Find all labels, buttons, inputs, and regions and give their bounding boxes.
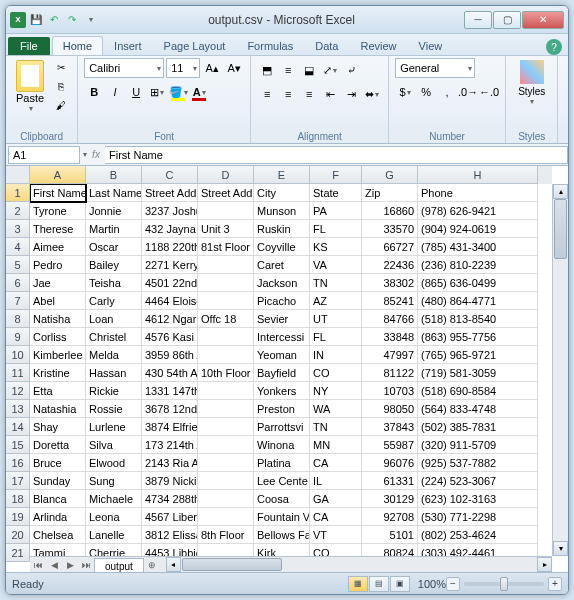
page-break-view-button[interactable]: ▣	[390, 576, 410, 592]
cell[interactable]: Chelsea	[30, 526, 86, 544]
cell[interactable]: Last Name	[86, 184, 142, 202]
align-right-button[interactable]: ≡	[299, 84, 319, 104]
cell[interactable]: 10703	[362, 382, 418, 400]
row-header[interactable]: 10	[6, 346, 30, 364]
cell[interactable]: Coosa	[254, 490, 310, 508]
cell[interactable]: Therese	[30, 220, 86, 238]
col-header-A[interactable]: A	[30, 166, 86, 184]
col-header-D[interactable]: D	[198, 166, 254, 184]
wrap-text-button[interactable]: ⤶	[341, 60, 361, 80]
align-middle-button[interactable]: ≡	[278, 60, 298, 80]
redo-icon[interactable]: ↷	[64, 12, 80, 28]
tab-insert[interactable]: Insert	[103, 36, 153, 55]
cell[interactable]: 81st Floor	[198, 238, 254, 256]
cell[interactable]: City	[254, 184, 310, 202]
cell[interactable]	[198, 544, 254, 556]
number-format-combo[interactable]: General	[395, 58, 475, 78]
row-header[interactable]: 1	[6, 184, 30, 202]
zoom-in-button[interactable]: +	[548, 577, 562, 591]
underline-button[interactable]: U	[126, 82, 146, 102]
cell[interactable]: 98050	[362, 400, 418, 418]
tab-nav-next[interactable]: ▶	[62, 560, 78, 570]
cell[interactable]: Sung	[86, 472, 142, 490]
font-size-combo[interactable]: 11	[166, 58, 200, 78]
cell[interactable]: 96076	[362, 454, 418, 472]
cell[interactable]: 47997	[362, 346, 418, 364]
normal-view-button[interactable]: ▦	[348, 576, 368, 592]
cell[interactable]: UT	[310, 310, 362, 328]
cell[interactable]: IL	[310, 472, 362, 490]
hscroll-thumb[interactable]	[182, 558, 282, 571]
cell[interactable]: 33848	[362, 328, 418, 346]
cell[interactable]: 5101	[362, 526, 418, 544]
cell[interactable]: 22436	[362, 256, 418, 274]
cell[interactable]: State	[310, 184, 362, 202]
cell[interactable]	[198, 454, 254, 472]
cell[interactable]: FL	[310, 328, 362, 346]
cell[interactable]: Shay	[30, 418, 86, 436]
shrink-font-button[interactable]: A▾	[224, 58, 244, 78]
percent-button[interactable]: %	[416, 82, 436, 102]
cell[interactable]: (863) 955-7756	[418, 328, 538, 346]
cell[interactable]: (236) 810-2239	[418, 256, 538, 274]
cell[interactable]: Rickie	[86, 382, 142, 400]
merge-button[interactable]: ⬌▾	[362, 84, 382, 104]
row-header[interactable]: 9	[6, 328, 30, 346]
cell[interactable]: Melda	[86, 346, 142, 364]
row-header[interactable]: 6	[6, 274, 30, 292]
cell[interactable]: MN	[310, 436, 362, 454]
cell[interactable]: Pedro	[30, 256, 86, 274]
cell[interactable]: CO	[310, 364, 362, 382]
cell[interactable]: Teisha	[86, 274, 142, 292]
tab-formulas[interactable]: Formulas	[236, 36, 304, 55]
zoom-level[interactable]: 100%	[418, 578, 446, 590]
cell[interactable]: TN	[310, 274, 362, 292]
cell[interactable]: 3237 Joshua Wy	[142, 202, 198, 220]
cell[interactable]: Coyville	[254, 238, 310, 256]
cell[interactable]: (224) 523-3067	[418, 472, 538, 490]
cell[interactable]: First Name	[30, 184, 86, 202]
cell[interactable]: (518) 813-8540	[418, 310, 538, 328]
row-header[interactable]: 13	[6, 400, 30, 418]
comma-button[interactable]: ,	[437, 82, 457, 102]
cell[interactable]: Bayfield	[254, 364, 310, 382]
tab-data[interactable]: Data	[304, 36, 349, 55]
cell[interactable]: Lee Cente	[254, 472, 310, 490]
scroll-left-button[interactable]: ◂	[166, 557, 181, 572]
cell[interactable]: Caret	[254, 256, 310, 274]
cut-button[interactable]: ✂	[51, 58, 71, 76]
cell[interactable]: Cherrie	[86, 544, 142, 556]
row-header[interactable]: 14	[6, 418, 30, 436]
cell[interactable]: (904) 924-0619	[418, 220, 538, 238]
cell[interactable]: 38302	[362, 274, 418, 292]
cell[interactable]: CO	[310, 544, 362, 556]
cell[interactable]	[198, 490, 254, 508]
cell[interactable]: TN	[310, 418, 362, 436]
cell[interactable]: (518) 690-8584	[418, 382, 538, 400]
cell[interactable]: Kristine	[30, 364, 86, 382]
cell[interactable]: Tammi	[30, 544, 86, 556]
cell[interactable]: 84766	[362, 310, 418, 328]
decrease-indent-button[interactable]: ⇤	[320, 84, 340, 104]
cell[interactable]: Ruskin	[254, 220, 310, 238]
cell[interactable]: (320) 911-5709	[418, 436, 538, 454]
cells-button[interactable]: Cells ▾	[564, 58, 569, 108]
cell[interactable]: Oscar	[86, 238, 142, 256]
zoom-out-button[interactable]: −	[446, 577, 460, 591]
help-button[interactable]: ?	[546, 39, 562, 55]
cell[interactable]: KS	[310, 238, 362, 256]
font-color-button[interactable]: A▾	[189, 82, 209, 102]
cell[interactable]: Corliss	[30, 328, 86, 346]
undo-icon[interactable]: ↶	[46, 12, 62, 28]
cell[interactable]: (303) 492-4461	[418, 544, 538, 556]
col-header-H[interactable]: H	[418, 166, 538, 184]
cell[interactable]: (502) 385-7831	[418, 418, 538, 436]
cell[interactable]: Phone	[418, 184, 538, 202]
cell[interactable]: 33570	[362, 220, 418, 238]
cell[interactable]: (865) 636-0499	[418, 274, 538, 292]
cell[interactable]: 3812 Elissa	[142, 526, 198, 544]
cell[interactable]: Bailey	[86, 256, 142, 274]
row-header[interactable]: 19	[6, 508, 30, 526]
cell[interactable]: 4567 Liberty Crsg	[142, 508, 198, 526]
cell[interactable]: Sunday	[30, 472, 86, 490]
